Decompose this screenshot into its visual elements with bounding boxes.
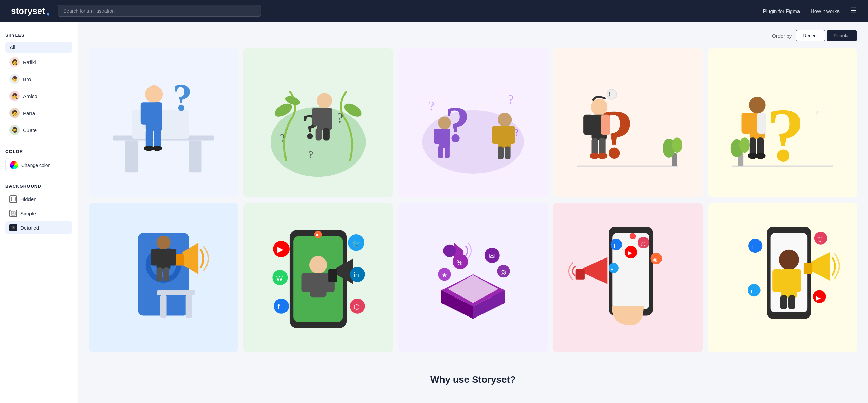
- svg-rect-41: [442, 129, 449, 144]
- svg-rect-146: [788, 295, 795, 309]
- svg-rect-90: [157, 249, 170, 269]
- svg-text:▶: ▶: [278, 246, 284, 254]
- svg-text:◉: ◉: [653, 257, 657, 263]
- amico-avatar: 👧: [9, 91, 20, 101]
- pana-avatar: 🧑: [9, 108, 20, 118]
- illustration-card-m2[interactable]: ▶ 🐦 W in f ⬡ ●: [243, 203, 393, 352]
- svg-rect-49: [505, 146, 511, 159]
- svg-point-138: [630, 233, 636, 240]
- main-layout: STYLES All 👩 Rafiki 👦 Bro 👧 Amico 🧑 Pana…: [0, 22, 868, 403]
- svg-rect-42: [438, 146, 443, 158]
- change-color-label: Change color: [21, 162, 50, 168]
- svg-text:t: t: [751, 288, 752, 295]
- change-color-button[interactable]: Change color: [5, 158, 72, 172]
- svg-text:▶: ▶: [628, 250, 632, 256]
- svg-rect-7: [125, 141, 138, 173]
- cuate-avatar: 🧔: [9, 125, 20, 135]
- svg-rect-98: [310, 273, 327, 298]
- plugin-figma-link[interactable]: Plugin for Figma: [763, 8, 800, 14]
- svg-rect-101: [329, 269, 337, 282]
- svg-rect-93: [157, 268, 162, 282]
- svg-point-2: [12, 212, 14, 214]
- pana-label: Pana: [23, 110, 35, 116]
- svg-point-11: [145, 85, 163, 103]
- order-popular-button[interactable]: Popular: [827, 30, 857, 41]
- search-input[interactable]: [58, 5, 261, 17]
- svg-rect-29: [312, 108, 319, 125]
- illustration-card-m4[interactable]: ▶ ⬡ f ◉ ●: [553, 203, 702, 352]
- svg-rect-15: [146, 129, 153, 148]
- svg-rect-83: [186, 295, 192, 318]
- bro-avatar: 👦: [9, 74, 20, 84]
- illustration-card-m3[interactable]: % ✉ ★ ◎: [398, 203, 548, 352]
- divider-2: [5, 178, 72, 178]
- illustration-card-q1[interactable]: ?: [89, 48, 238, 197]
- order-recent-button[interactable]: Recent: [796, 30, 825, 41]
- bro-label: Bro: [23, 76, 31, 82]
- svg-point-148: [748, 239, 762, 253]
- svg-text:?: ?: [821, 127, 823, 134]
- bg-hidden-label: Hidden: [20, 196, 37, 202]
- background-title: BACKGROUND: [5, 184, 72, 189]
- hamburger-icon[interactable]: ☰: [850, 6, 857, 15]
- svg-rect-47: [507, 126, 515, 144]
- illustration-card-q3[interactable]: ? ? ? ?: [398, 48, 548, 197]
- svg-rect-43: [445, 146, 450, 158]
- illustrations-grid-row1: ?: [89, 48, 857, 352]
- svg-point-77: [755, 153, 765, 159]
- svg-rect-88: [175, 254, 184, 266]
- how-it-works-link[interactable]: How it works: [811, 8, 840, 14]
- svg-point-69: [739, 137, 750, 153]
- svg-text:f: f: [752, 243, 754, 250]
- logo[interactable]: storyset,: [11, 5, 50, 16]
- svg-text:?: ?: [309, 149, 313, 160]
- content-header: Order by Recent Popular: [89, 30, 857, 41]
- svg-text:⬡: ⬡: [640, 241, 646, 247]
- svg-text:?: ?: [173, 76, 192, 118]
- svg-rect-145: [780, 295, 787, 309]
- illustration-card-m5[interactable]: f ⬡ t ▶: [708, 203, 857, 352]
- svg-rect-74: [749, 137, 756, 155]
- main-content: Order by Recent Popular ?: [78, 22, 868, 403]
- svg-rect-144: [791, 269, 801, 292]
- color-title: COLOR: [5, 149, 72, 154]
- svg-rect-92: [168, 249, 176, 266]
- illustration-card-q2[interactable]: ? ? ? ?: [243, 48, 393, 197]
- logo-text: storyset: [11, 6, 45, 16]
- bg-simple[interactable]: Simple: [5, 207, 72, 220]
- svg-rect-147: [804, 263, 812, 275]
- style-rafiki[interactable]: 👩 Rafiki: [5, 54, 72, 70]
- svg-point-97: [309, 256, 327, 274]
- illustration-card-q5[interactable]: ? ? ?: [708, 48, 857, 197]
- illustration-card-m1[interactable]: [89, 203, 238, 352]
- svg-point-89: [157, 236, 171, 250]
- svg-point-124: [443, 245, 456, 257]
- style-amico[interactable]: 👧 Amico: [5, 88, 72, 104]
- bg-hidden[interactable]: Hidden: [5, 193, 72, 206]
- illustration-card-q4[interactable]: ? !: [553, 48, 702, 197]
- color-wheel-icon: [10, 161, 18, 169]
- svg-rect-30: [324, 108, 332, 125]
- svg-point-152: [748, 284, 760, 296]
- bg-detailed-label: Detailed: [20, 225, 39, 231]
- style-cuate[interactable]: 🧔 Cuate: [5, 122, 72, 138]
- svg-text:?: ?: [514, 127, 519, 138]
- bg-simple-label: Simple: [20, 211, 36, 216]
- svg-rect-75: [757, 137, 764, 155]
- style-all[interactable]: All: [5, 42, 72, 53]
- svg-rect-143: [772, 269, 783, 292]
- svg-point-38: [438, 116, 451, 129]
- svg-text:🐦: 🐦: [352, 239, 362, 248]
- svg-rect-5: [13, 227, 14, 228]
- svg-text:⬡: ⬡: [354, 303, 360, 311]
- bg-detailed[interactable]: Detailed: [5, 221, 72, 234]
- svg-point-132: [611, 239, 622, 250]
- style-pana[interactable]: 🧑 Pana: [5, 105, 72, 121]
- why-section: Why use Storyset?: [89, 363, 857, 396]
- style-bro[interactable]: 👦 Bro: [5, 71, 72, 87]
- cuate-label: Cuate: [23, 127, 37, 133]
- why-title: Why use Storyset?: [89, 374, 857, 385]
- svg-text:?: ?: [337, 110, 343, 126]
- svg-point-18: [152, 146, 162, 151]
- detailed-bg-icon: [9, 224, 17, 231]
